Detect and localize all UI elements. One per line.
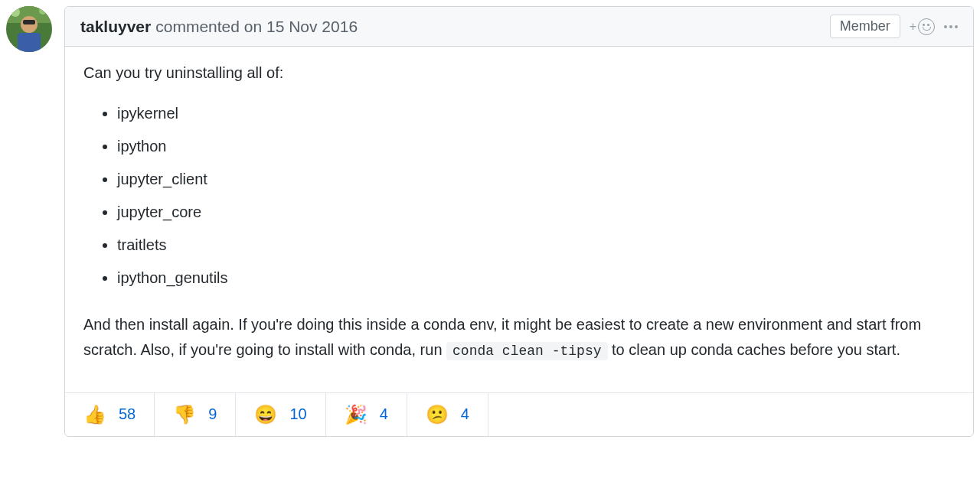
reaction-confused[interactable]: 😕 4 — [407, 393, 488, 436]
list-item: ipython_genutils — [117, 265, 955, 291]
reaction-laugh[interactable]: 😄 10 — [236, 393, 325, 436]
comment-timestamp[interactable]: commented on 15 Nov 2016 — [155, 18, 358, 36]
reaction-count: 9 — [208, 405, 217, 423]
intro-text: Can you try uninstalling all of: — [83, 60, 955, 86]
comment-actions: Member + — [830, 15, 958, 38]
reaction-count: 4 — [461, 405, 469, 423]
list-item: ipykernel — [117, 101, 955, 126]
svg-point-6 — [39, 7, 47, 15]
reaction-thumbs-up[interactable]: 👍 58 — [65, 393, 155, 436]
thumbs-down-icon: 👎 — [173, 404, 196, 425]
dots-icon — [944, 25, 958, 28]
comment-header: takluyver commented on 15 Nov 2016 Membe… — [65, 7, 973, 47]
laugh-icon: 😄 — [254, 404, 277, 425]
svg-rect-4 — [18, 33, 41, 52]
smiley-icon — [918, 18, 935, 35]
svg-rect-3 — [23, 20, 35, 24]
inline-code: conda clean -tipsy — [446, 342, 607, 360]
reaction-count: 58 — [119, 405, 136, 423]
list-item: jupyter_core — [117, 200, 955, 225]
comment-attribution: takluyver commented on 15 Nov 2016 — [80, 18, 358, 36]
comment-box: takluyver commented on 15 Nov 2016 Membe… — [64, 6, 974, 437]
reaction-count: 4 — [380, 405, 388, 423]
package-list: ipykernel ipython jupyter_client jupyter… — [83, 101, 955, 291]
hooray-icon: 🎉 — [345, 404, 368, 425]
list-item: traitlets — [117, 233, 955, 258]
outro-text: And then install again. If you're doing … — [83, 312, 955, 363]
comment-body: Can you try uninstalling all of: ipykern… — [65, 47, 973, 392]
author-link[interactable]: takluyver — [80, 18, 151, 36]
svg-point-5 — [11, 8, 20, 17]
comment-container: takluyver commented on 15 Nov 2016 Membe… — [6, 6, 974, 437]
plus-icon: + — [910, 20, 916, 34]
confused-icon: 😕 — [426, 404, 449, 425]
list-item: ipython — [117, 134, 955, 159]
reaction-count: 10 — [289, 405, 306, 423]
list-item: jupyter_client — [117, 167, 955, 192]
thumbs-up-icon: 👍 — [83, 404, 106, 425]
reaction-hooray[interactable]: 🎉 4 — [326, 393, 407, 436]
add-reaction-button[interactable]: + — [910, 18, 935, 35]
reactions-bar: 👍 58 👎 9 😄 10 🎉 4 😕 4 — [65, 392, 973, 436]
kebab-menu-button[interactable] — [944, 25, 958, 28]
member-badge: Member — [830, 15, 900, 38]
reaction-thumbs-down[interactable]: 👎 9 — [155, 393, 236, 436]
avatar[interactable] — [6, 6, 52, 52]
